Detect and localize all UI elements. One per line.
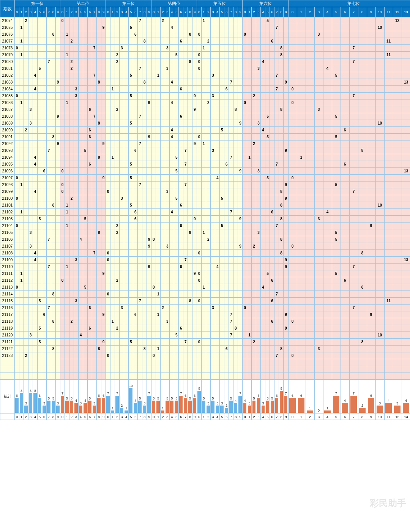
trend-cell <box>124 45 129 52</box>
trend-cell <box>92 277 97 284</box>
trend-cell <box>174 140 179 147</box>
stat-bar-cell: 1 <box>323 380 332 414</box>
trend-cell <box>83 127 88 134</box>
trend-cell <box>314 113 323 120</box>
trend-cell <box>115 147 120 154</box>
trend-cell <box>256 154 261 161</box>
trend-cell <box>341 154 349 161</box>
axis-cell: 5 <box>38 414 42 420</box>
spacer <box>211 359 215 366</box>
trend-cell <box>65 243 69 250</box>
trend-cell <box>341 86 349 93</box>
trend-cell <box>367 17 375 24</box>
trend-cell <box>202 182 206 188</box>
trend-cell <box>375 277 384 284</box>
stat-bar-cell: 6 <box>256 380 261 414</box>
trend-cell: 1 <box>65 31 69 38</box>
trend-cell <box>47 229 51 236</box>
trend-cell <box>306 140 314 147</box>
pos6-header: 第六位 <box>243 0 288 7</box>
trend-cell <box>211 120 215 127</box>
trend-cell <box>147 24 151 31</box>
trend-cell <box>332 65 341 72</box>
trend-cell <box>88 31 92 38</box>
trend-cell <box>188 270 192 277</box>
trend-cell <box>243 134 247 140</box>
trend-cell <box>323 106 332 113</box>
trend-cell <box>332 332 341 339</box>
trend-cell <box>202 161 206 168</box>
trend-cell <box>51 86 56 93</box>
trend-cell <box>120 86 124 93</box>
trend-cell <box>288 223 297 229</box>
spacer <box>341 359 349 366</box>
trend-cell <box>69 168 74 175</box>
trend-cell <box>165 161 170 168</box>
trend-cell <box>224 325 229 332</box>
trend-cell <box>261 182 265 188</box>
trend-cell <box>233 243 238 250</box>
trend-cell <box>332 154 341 161</box>
trend-cell <box>120 127 124 134</box>
trend-cell <box>24 250 28 257</box>
trend-cell <box>197 264 202 270</box>
trend-cell <box>261 161 265 168</box>
trend-cell <box>97 339 101 346</box>
stat-bar-cell: 6 <box>15 380 19 414</box>
trend-cell <box>179 52 183 58</box>
trend-cell <box>115 17 120 24</box>
trend-cell <box>147 339 151 346</box>
trend-cell <box>261 17 265 24</box>
trend-cell <box>42 72 47 79</box>
trend-cell <box>197 346 202 352</box>
data-row: 2107712862611251:53:3 <box>0 38 410 45</box>
trend-cell <box>24 195 28 202</box>
trend-cell <box>106 277 110 284</box>
trend-cell <box>179 284 183 291</box>
trend-cell <box>288 120 297 127</box>
trend-cell <box>384 31 393 38</box>
trend-cell <box>183 134 188 140</box>
trend-cell <box>19 352 24 359</box>
trend-cell <box>284 346 288 352</box>
trend-cell <box>92 58 97 65</box>
trend-cell <box>183 113 188 120</box>
trend-cell: 1 <box>65 209 69 216</box>
trend-cell <box>211 127 215 134</box>
trend-cell <box>60 202 65 209</box>
trend-cell <box>384 346 393 352</box>
trend-cell <box>270 352 274 359</box>
trend-cell <box>92 346 97 352</box>
trend-cell <box>79 113 83 120</box>
trend-cell <box>174 72 179 79</box>
trend-cell <box>106 38 110 45</box>
trend-cell <box>60 243 65 250</box>
trend-cell <box>97 38 101 45</box>
trend-cell <box>129 195 133 202</box>
trend-cell <box>101 284 106 291</box>
header-row-1: 期数 第一位 第二位 第三位 第四位 第五位 第六位 第七位 号码分析 <box>0 0 410 7</box>
trend-cell <box>247 99 252 106</box>
trend-cell <box>206 195 211 202</box>
spacer <box>124 366 129 373</box>
axis-cell: 5 <box>265 414 270 420</box>
trend-cell: 2 <box>69 65 74 72</box>
trend-cell <box>120 291 124 298</box>
trend-cell: 7 <box>274 291 279 298</box>
trend-cell <box>129 270 133 277</box>
trend-cell <box>101 113 106 120</box>
trend-cell <box>51 298 56 305</box>
trend-cell <box>297 17 306 24</box>
trend-cell <box>261 318 265 325</box>
trend-cell <box>24 79 28 86</box>
trend-cell <box>138 216 142 223</box>
spacer <box>129 359 133 366</box>
trend-cell <box>161 134 165 140</box>
trend-cell <box>83 182 88 188</box>
trend-cell: 2 <box>24 127 28 134</box>
axis-cell: 9 <box>238 414 243 420</box>
trend-cell <box>120 325 124 332</box>
spacer <box>183 366 188 373</box>
digit-header: 2 <box>161 7 165 17</box>
trend-cell <box>60 209 65 216</box>
